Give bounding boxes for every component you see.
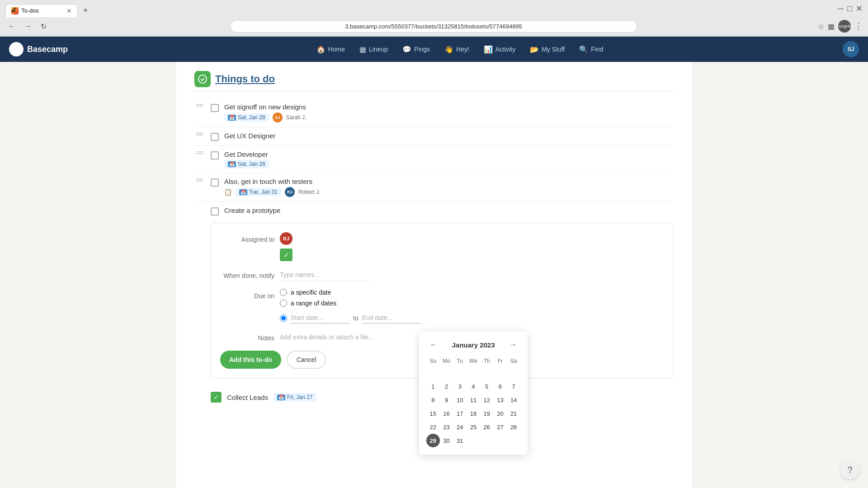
start-date-input[interactable]: [291, 312, 349, 324]
nav-lineup[interactable]: ▦Lineup: [352, 37, 395, 62]
calendar-day-6[interactable]: 6: [494, 380, 507, 393]
calendar-header: ← January 2023 →: [426, 339, 520, 351]
assignee-display: RJ: [280, 232, 664, 245]
calendar-empty-cell: [507, 434, 520, 447]
calendar-day-14[interactable]: 14: [507, 393, 520, 407]
extensions-button[interactable]: ▦: [828, 22, 835, 31]
calendar-day-10[interactable]: 10: [453, 393, 467, 407]
calendar-empty-cell: [480, 366, 494, 380]
close-window-button[interactable]: ✕: [856, 4, 863, 14]
calendar-next-button[interactable]: →: [506, 339, 520, 351]
calendar-day-11[interactable]: 11: [467, 393, 480, 407]
calendar-day-24[interactable]: 24: [453, 420, 467, 434]
calendar-day-28[interactable]: 28: [507, 420, 520, 434]
specific-date-option[interactable]: a specific date: [280, 289, 664, 296]
todo-checkbox[interactable]: [211, 133, 219, 141]
address-input[interactable]: [230, 20, 637, 33]
forward-button[interactable]: →: [22, 20, 34, 32]
date-range-option[interactable]: a range of dates: [280, 300, 664, 307]
calendar-day-20[interactable]: 20: [494, 407, 507, 420]
calendar-empty-cell: [494, 434, 507, 447]
calendar-day-21[interactable]: 21: [507, 407, 520, 420]
create-prototype-checkbox[interactable]: [211, 207, 219, 216]
app-logo[interactable]: 🏕 Basecamp: [9, 42, 68, 56]
nav-find[interactable]: 🔍Find: [572, 37, 610, 62]
close-tab-button[interactable]: ✕: [66, 7, 72, 14]
calendar-day-5[interactable]: 5: [480, 380, 494, 393]
calendar-day-29[interactable]: 29: [426, 434, 440, 447]
calendar-day-18[interactable]: 18: [467, 407, 480, 420]
assigned-to-label: Assigned to: [220, 232, 274, 243]
help-button[interactable]: ?: [841, 461, 859, 479]
assigned-to-row: Assigned to RJ ✓: [220, 232, 664, 261]
todo-checkbox[interactable]: [211, 151, 219, 160]
date-range-radio[interactable]: [280, 300, 287, 307]
calendar-day-7[interactable]: 7: [507, 380, 520, 393]
assigned-to-control: RJ ✓: [280, 232, 664, 261]
calendar-empty-cell: [426, 366, 440, 380]
calendar-day-27[interactable]: 27: [494, 420, 507, 434]
restore-button[interactable]: □: [847, 4, 852, 14]
calendar-day-16[interactable]: 16: [440, 407, 453, 420]
create-prototype-row: Create a prototype: [194, 202, 674, 216]
cancel-button[interactable]: Cancel: [287, 351, 326, 369]
assignee-name: Sarah J.: [286, 114, 307, 121]
date-range-active-radio[interactable]: [280, 314, 287, 322]
calendar-day-3[interactable]: 3: [453, 380, 467, 393]
new-tab-button[interactable]: +: [80, 4, 92, 17]
notify-label: When done, notify: [220, 268, 274, 279]
todo-checkbox[interactable]: [211, 178, 219, 187]
minimize-button[interactable]: ─: [838, 4, 844, 14]
nav-hey[interactable]: 👋Hey!: [437, 37, 476, 62]
calendar-day-4[interactable]: 4: [467, 380, 480, 393]
tab-title: To-dos: [21, 7, 64, 14]
drag-handle[interactable]: [194, 178, 205, 182]
reload-button[interactable]: ↻: [38, 20, 49, 33]
section-title[interactable]: Things to do: [215, 73, 275, 85]
drag-handle[interactable]: [194, 150, 205, 155]
user-avatar[interactable]: SJ: [843, 41, 859, 57]
calendar-day-30[interactable]: 30: [440, 434, 453, 447]
calendar-month-label: January 2023: [452, 341, 495, 349]
calendar-day-17[interactable]: 17: [453, 407, 467, 420]
activity-icon: 📊: [484, 45, 493, 54]
notify-input[interactable]: [280, 268, 370, 282]
calendar-day-31[interactable]: 31: [453, 434, 467, 447]
calendar-day-12[interactable]: 12: [480, 393, 494, 407]
calendar-day-8[interactable]: 8: [426, 393, 440, 407]
section-header: Things to do: [194, 71, 674, 91]
add-todo-button[interactable]: Add this to-do: [220, 351, 281, 369]
calendar-day-13[interactable]: 13: [494, 393, 507, 407]
completed-checkbox[interactable]: ✓: [211, 392, 222, 403]
nav-mystuff[interactable]: 📂My Stuff: [523, 37, 572, 62]
end-date-input[interactable]: [362, 312, 421, 324]
todo-checkbox[interactable]: [211, 104, 219, 112]
calendar-day-9[interactable]: 9: [440, 393, 453, 407]
svg-point-0: [198, 75, 207, 83]
nav-pings[interactable]: 💬Pings: [395, 37, 437, 62]
nav-home[interactable]: 🏠Home: [309, 37, 352, 62]
calendar-day-26[interactable]: 26: [480, 420, 494, 434]
drag-handle[interactable]: [194, 132, 205, 136]
calendar-icon: 📅: [228, 115, 236, 121]
todo-list: Get signoff on new designs 📅 Sat, Jan 28…: [194, 99, 674, 202]
drag-handle[interactable]: [194, 103, 205, 108]
collect-leads-due: 📅 Fri, Jan 27: [274, 393, 316, 401]
back-button[interactable]: ←: [5, 20, 18, 32]
pings-icon: 💬: [402, 45, 411, 54]
calendar-day-23[interactable]: 23: [440, 420, 453, 434]
mystuff-icon: 📂: [530, 45, 539, 54]
calendar-day-15[interactable]: 15: [426, 407, 440, 420]
bookmark-button[interactable]: ☆: [818, 22, 824, 31]
browser-menu-button[interactable]: ⋮: [854, 21, 863, 31]
specific-date-radio[interactable]: [280, 289, 287, 296]
address-bar-wrapper: ← → ↻ ☆ ▦ Incognito ⋮: [0, 17, 868, 36]
calendar-day-2[interactable]: 2: [440, 380, 453, 393]
calendar-day-1[interactable]: 1: [426, 380, 440, 393]
calendar-day-22[interactable]: 22: [426, 420, 440, 434]
nav-activity[interactable]: 📊Activity: [476, 37, 523, 62]
calendar-day-25[interactable]: 25: [467, 420, 480, 434]
calendar-prev-button[interactable]: ←: [426, 339, 441, 351]
active-tab[interactable]: 🏕 To-dos ✕: [5, 4, 78, 17]
calendar-day-19[interactable]: 19: [480, 407, 494, 420]
